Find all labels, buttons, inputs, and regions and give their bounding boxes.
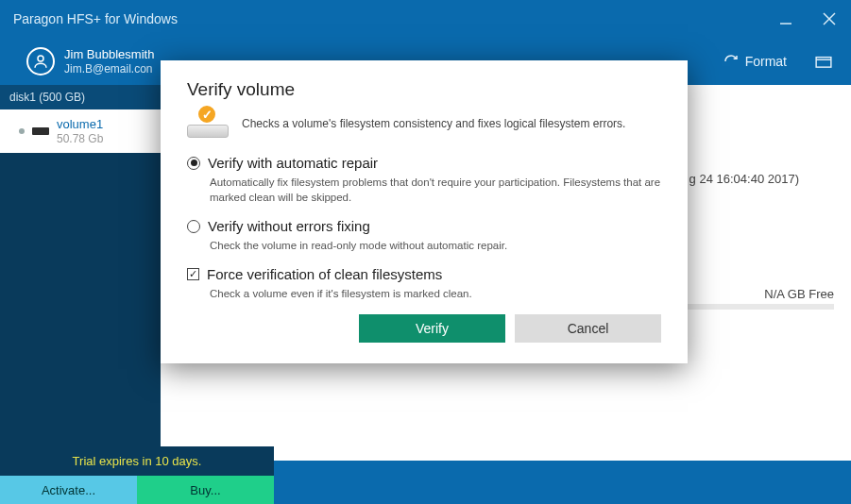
option-sub: Automatically fix filesystem problems th… [210,175,661,205]
option-label: Verify with automatic repair [208,155,378,171]
checkbox-icon [187,268,199,280]
radio-icon [187,220,200,233]
option-sub: Check a volume even if it's filesystem i… [210,286,661,301]
dialog-title: Verify volume [187,79,661,100]
option-sub: Check the volume in read-only mode witho… [210,238,661,253]
verify-button[interactable]: Verify [359,314,505,343]
verify-dialog: Verify volume ✓ Checks a volume's filesy… [161,60,688,363]
dialog-description: Checks a volume's filesystem consistency… [242,117,625,130]
disk-check-icon: ✓ [187,109,229,138]
option-auto-repair[interactable]: Verify with automatic repair [187,155,661,171]
cancel-button[interactable]: Cancel [515,314,661,343]
option-label: Force verification of clean filesystems [207,266,442,282]
option-force-verify[interactable]: Force verification of clean filesystems [187,266,661,282]
radio-icon [187,157,200,170]
option-no-fix[interactable]: Verify without errors fixing [187,218,661,234]
modal-overlay: Verify volume ✓ Checks a volume's filesy… [0,0,851,504]
option-label: Verify without errors fixing [208,218,370,234]
